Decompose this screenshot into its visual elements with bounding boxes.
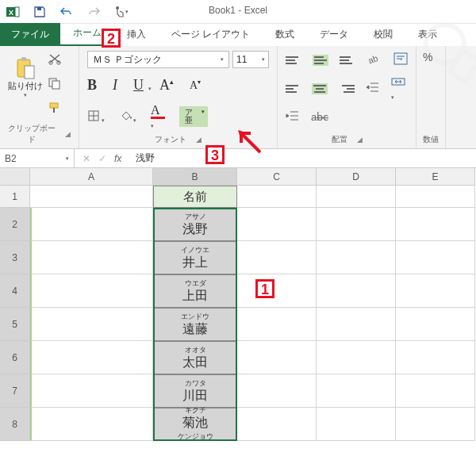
cell[interactable]: [237, 374, 317, 408]
cell[interactable]: [237, 341, 317, 374]
cell[interactable]: [237, 186, 317, 208]
cell[interactable]: [30, 408, 153, 441]
merge-center-button[interactable]: ▾: [391, 75, 408, 102]
cell[interactable]: [30, 186, 153, 208]
cell[interactable]: [317, 241, 396, 274]
font-size-combo[interactable]: 11▾: [232, 51, 269, 68]
row-header[interactable]: 7: [0, 374, 30, 408]
cell[interactable]: [30, 374, 153, 408]
cell[interactable]: [317, 208, 396, 241]
column-header[interactable]: A: [30, 168, 153, 186]
bold-button[interactable]: B: [87, 77, 97, 94]
cell[interactable]: [30, 341, 153, 374]
undo-icon[interactable]: [59, 4, 75, 20]
paste-button[interactable]: 貼り付け ▾: [8, 51, 43, 103]
touch-mode-icon[interactable]: ▾: [113, 4, 129, 20]
cell[interactable]: [396, 408, 475, 441]
column-header[interactable]: E: [396, 168, 475, 186]
row-header[interactable]: 1: [0, 186, 30, 208]
cell[interactable]: [317, 341, 396, 374]
cell[interactable]: [396, 208, 475, 241]
redo-icon[interactable]: [86, 4, 102, 20]
shrink-font-button[interactable]: A▾: [190, 79, 201, 92]
tab-review[interactable]: 校閲: [361, 23, 405, 46]
percent-button[interactable]: %: [423, 51, 439, 63]
cell[interactable]: [317, 308, 396, 341]
cell[interactable]: [237, 208, 317, 241]
formula-bar-value[interactable]: 浅野: [129, 151, 161, 165]
dialog-launcher-icon[interactable]: ◢: [196, 136, 202, 144]
cell[interactable]: [317, 374, 396, 408]
align-middle-icon[interactable]: [313, 55, 328, 66]
row-header[interactable]: 4: [0, 274, 30, 308]
grow-font-button[interactable]: A▴: [159, 77, 174, 94]
cell[interactable]: [237, 274, 317, 308]
column-header[interactable]: D: [317, 168, 396, 186]
cell[interactable]: [30, 208, 153, 241]
align-bottom-icon[interactable]: [340, 55, 355, 66]
cancel-formula-icon[interactable]: ✕: [83, 153, 90, 164]
cell[interactable]: [317, 186, 396, 208]
row-header[interactable]: 2: [0, 208, 30, 241]
phonetic-guide-dropdown[interactable]: ▾: [198, 106, 208, 127]
insert-function-button[interactable]: fx: [114, 153, 121, 164]
decrease-indent-button[interactable]: [366, 81, 380, 96]
select-all-cell[interactable]: [0, 168, 30, 186]
tab-formulas[interactable]: 数式: [263, 23, 307, 46]
cell[interactable]: [237, 408, 317, 441]
tab-file[interactable]: ファイル: [0, 23, 60, 46]
cell[interactable]: アサノ浅野: [153, 208, 237, 241]
column-header[interactable]: C: [237, 168, 317, 186]
cell[interactable]: [30, 274, 153, 308]
align-top-icon[interactable]: [286, 55, 301, 66]
phonetic-guide-button[interactable]: ア 亜: [179, 106, 198, 127]
cell[interactable]: [237, 308, 317, 341]
borders-button[interactable]: ▾: [87, 109, 105, 125]
cell[interactable]: [396, 308, 475, 341]
cell[interactable]: [396, 341, 475, 374]
cell[interactable]: [396, 274, 475, 308]
cell[interactable]: [237, 241, 317, 274]
cell[interactable]: [396, 186, 475, 208]
cell[interactable]: ウエダ上田: [153, 274, 237, 308]
dialog-launcher-icon[interactable]: ◢: [65, 130, 71, 138]
align-center-icon[interactable]: [312, 83, 328, 94]
row-header[interactable]: 5: [0, 308, 30, 341]
worksheet-grid[interactable]: ABCDE1名前2アサノ浅野3イノウエ井上4ウエダ上田5エンドウ遠藤6オオタ太田…: [0, 168, 476, 441]
copy-icon[interactable]: [48, 77, 62, 92]
align-left-icon[interactable]: [286, 83, 301, 94]
enter-formula-icon[interactable]: ✓: [98, 153, 106, 164]
font-color-button[interactable]: A▾: [151, 103, 165, 130]
cell[interactable]: オオタ太田: [153, 341, 237, 374]
column-header[interactable]: B: [153, 168, 237, 186]
cell[interactable]: [317, 408, 396, 441]
cut-icon[interactable]: [48, 52, 62, 67]
dialog-launcher-icon[interactable]: ◢: [357, 136, 363, 144]
cell[interactable]: キクチ菊池ケンジョウ: [153, 408, 237, 441]
italic-button[interactable]: I: [113, 77, 117, 94]
cell[interactable]: カワタ川田: [153, 374, 237, 408]
cell[interactable]: [396, 241, 475, 274]
row-header[interactable]: 3: [0, 241, 30, 274]
orientation-button[interactable]: ab: [367, 52, 382, 67]
text-control-button[interactable]: ab̶c̶: [311, 111, 328, 123]
tab-insert[interactable]: 挿入: [114, 23, 159, 46]
underline-button[interactable]: U: [133, 77, 144, 94]
tab-data[interactable]: データ: [307, 23, 361, 46]
name-box[interactable]: B2▾: [0, 149, 75, 167]
cell[interactable]: [396, 374, 475, 408]
wrap-text-button[interactable]: [393, 52, 408, 67]
row-header[interactable]: 6: [0, 341, 30, 374]
cell[interactable]: [30, 308, 153, 341]
align-right-icon[interactable]: [339, 83, 354, 94]
cell[interactable]: [30, 241, 153, 274]
font-name-combo[interactable]: ＭＳ Ｐゴシック▾: [87, 51, 229, 68]
increase-indent-button[interactable]: [286, 109, 300, 125]
cell[interactable]: エンドウ遠藤: [153, 308, 237, 341]
tab-pagelayout[interactable]: ページ レイアウト: [159, 23, 263, 46]
row-header[interactable]: 8: [0, 408, 30, 441]
fill-color-button[interactable]: ▾: [119, 109, 136, 125]
format-painter-icon[interactable]: [48, 102, 62, 117]
cell[interactable]: [317, 274, 396, 308]
save-icon[interactable]: [32, 4, 48, 20]
